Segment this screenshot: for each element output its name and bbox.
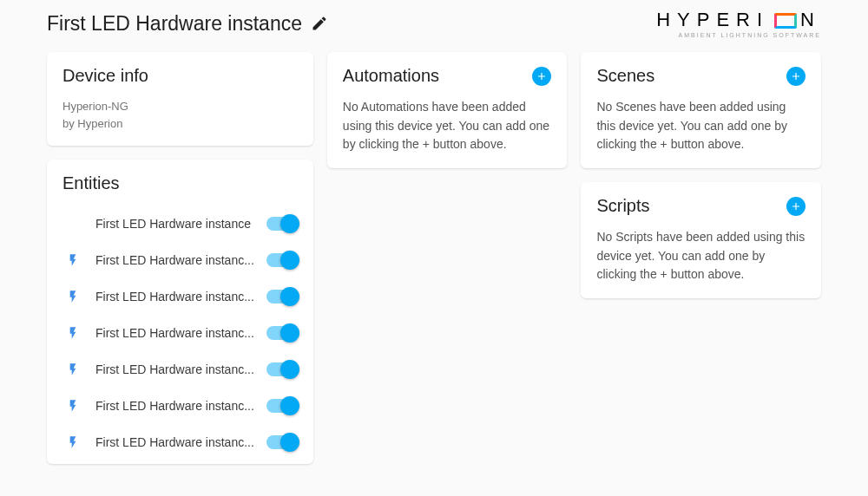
entity-row[interactable]: First LED Hardware instance [62, 206, 298, 242]
scenes-body: No Scenes have been added using this dev… [596, 98, 806, 154]
scenes-title: Scenes [596, 66, 654, 86]
entity-toggle[interactable] [266, 399, 298, 413]
logo-text-before: HYPERI [656, 9, 769, 31]
entity-toggle[interactable] [266, 435, 298, 449]
device-info-title: Device info [62, 66, 298, 86]
entity-toggle[interactable] [266, 362, 298, 376]
automations-body: No Automations have been added using thi… [343, 98, 552, 154]
entity-row[interactable]: First LED Hardware instanc... [62, 278, 298, 315]
header: First LED Hardware instance HYPERI N AMB… [47, 0, 821, 38]
device-info-card: Device info Hyperion-NG by Hyperion [47, 52, 313, 146]
add-script-button[interactable] [786, 197, 806, 216]
entity-label: First LED Hardware instanc... [95, 253, 254, 267]
entity-row[interactable]: First LED Hardware instanc... [62, 315, 298, 351]
entity-label: First LED Hardware instanc... [95, 290, 254, 303]
bolt-icon [62, 399, 83, 413]
entity-label: First LED Hardware instanc... [95, 362, 254, 376]
entity-label: First LED Hardware instanc... [95, 326, 254, 340]
logo-subtitle: AMBIENT LIGHTNING SOFTWARE [656, 32, 821, 38]
entity-row[interactable]: First LED Hardware instanc... [62, 424, 298, 460]
entity-toggle[interactable] [266, 290, 298, 303]
automations-card: Automations No Automations have been add… [327, 52, 568, 168]
entity-label: First LED Hardware instanc... [95, 435, 254, 449]
page-title: First LED Hardware instance [47, 12, 302, 36]
entity-toggle[interactable] [266, 217, 298, 231]
logo-text-after: N [800, 9, 821, 31]
device-info-line2: by Hyperion [62, 115, 298, 133]
bolt-icon [62, 326, 83, 340]
scenes-card: Scenes No Scenes have been added using t… [581, 52, 821, 168]
automations-title: Automations [343, 66, 439, 86]
entity-label: First LED Hardware instanc... [95, 399, 254, 413]
entities-card: Entities First LED Hardware instanceFirs… [47, 160, 313, 464]
entity-row[interactable]: First LED Hardware instanc... [62, 242, 298, 278]
entity-toggle[interactable] [266, 326, 298, 340]
entity-row[interactable]: First LED Hardware instanc... [62, 388, 298, 424]
logo-o-icon [774, 13, 797, 29]
brand-logo: HYPERI N AMBIENT LIGHTNING SOFTWARE [656, 9, 821, 38]
scripts-title: Scripts [596, 196, 649, 216]
bolt-icon [62, 290, 83, 303]
entities-title: Entities [62, 173, 298, 193]
entity-label: First LED Hardware instance [95, 217, 254, 231]
add-scene-button[interactable] [786, 67, 806, 86]
bolt-icon [62, 362, 83, 376]
entity-toggle[interactable] [266, 253, 298, 267]
device-info-line1: Hyperion-NG [62, 98, 298, 115]
scripts-card: Scripts No Scripts have been added using… [581, 182, 821, 298]
bolt-icon [62, 253, 83, 267]
entity-row[interactable]: First LED Hardware instanc... [62, 351, 298, 388]
edit-icon[interactable] [311, 15, 328, 32]
scripts-body: No Scripts have been added using this de… [596, 228, 806, 284]
add-automation-button[interactable] [532, 67, 551, 86]
bolt-icon [62, 435, 83, 449]
